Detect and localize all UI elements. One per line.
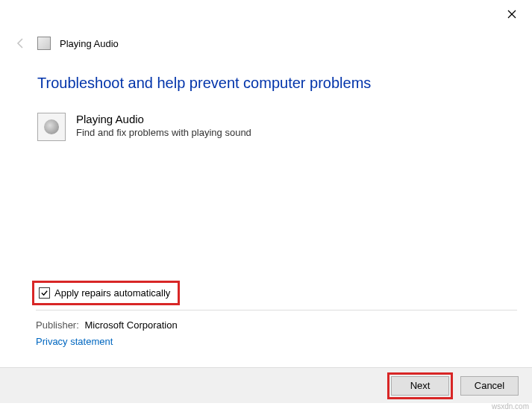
privacy-statement-link[interactable]: Privacy statement <box>36 336 113 347</box>
header: Playing Audio <box>13 36 119 51</box>
next-button-highlight: Next <box>387 372 453 399</box>
troubleshoot-item: Playing Audio Find and fix problems with… <box>37 113 517 141</box>
close-icon <box>507 10 516 19</box>
main-content: Troubleshoot and help prevent computer p… <box>37 75 517 141</box>
back-button <box>13 36 28 51</box>
next-button[interactable]: Next <box>391 376 449 396</box>
apply-repairs-checkbox[interactable] <box>39 287 50 299</box>
apply-repairs-option[interactable]: Apply repairs automatically <box>32 281 180 305</box>
publisher-info: Publisher: Microsoft Corporation <box>36 319 178 331</box>
apply-repairs-label: Apply repairs automatically <box>54 287 170 299</box>
divider <box>36 310 517 310</box>
cancel-button[interactable]: Cancel <box>460 376 519 396</box>
item-title: Playing Audio <box>76 113 251 125</box>
close-button[interactable] <box>507 9 517 19</box>
footer: Next Cancel <box>0 367 532 403</box>
publisher-label: Publisher: <box>36 319 79 331</box>
window-title: Playing Audio <box>60 38 119 49</box>
watermark: wsxdn.com <box>492 402 529 411</box>
publisher-value: Microsoft Corporation <box>84 319 177 331</box>
arrow-left-icon <box>15 37 27 49</box>
item-description: Find and fix problems with playing sound <box>76 127 251 138</box>
checkmark-icon <box>40 289 48 297</box>
audio-icon <box>37 113 66 141</box>
troubleshooter-icon <box>37 37 51 50</box>
page-heading: Troubleshoot and help prevent computer p… <box>37 75 517 92</box>
